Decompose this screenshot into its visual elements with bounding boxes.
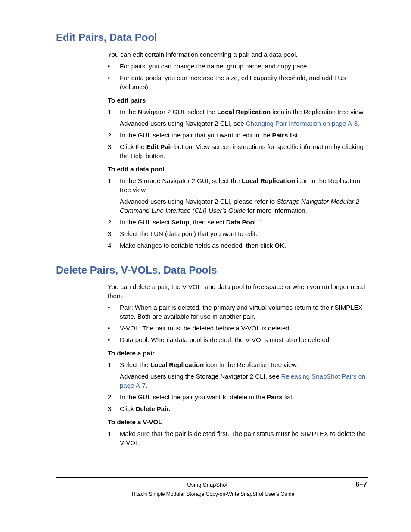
- footer-chapter: Using SnapShot: [59, 481, 355, 489]
- section-heading-delete-pairs: Delete Pairs, V-VOLs, Data Pools: [56, 263, 368, 277]
- list-item: 2. In the GUI, select Setup, then select…: [108, 218, 368, 227]
- section2-body: You can delete a pair, the V-VOL, and da…: [108, 282, 368, 447]
- section-heading-edit-pairs: Edit Pairs, Data Pool: [56, 30, 368, 45]
- subheading-edit-data-pool: To edit a data pool: [108, 165, 368, 174]
- list-item: 1. In the Navigator 2 GUI, select the Lo…: [108, 107, 368, 128]
- list-item: •Pair: When a pair is deleted, the prima…: [108, 303, 368, 321]
- bullet-list: •Pair: When a pair is deleted, the prima…: [108, 303, 368, 344]
- ordered-list: 1.Make sure that the pair is deleted fir…: [108, 429, 368, 447]
- list-item: 3. Click Delete Pair.: [108, 404, 368, 413]
- list-item: •For pairs, you can change the name, gro…: [108, 62, 368, 71]
- subheading-delete-pair: To delete a pair: [108, 348, 368, 358]
- list-item: 1.Make sure that the pair is deleted fir…: [108, 429, 368, 447]
- ordered-list: 1. Select the Local Replication icon in …: [108, 360, 368, 413]
- intro-text: You can edit certain information concern…: [108, 50, 368, 59]
- list-item: 1. Select the Local Replication icon in …: [108, 360, 368, 390]
- list-item: 4. Make changes to editable fields as ne…: [108, 241, 368, 250]
- footer-guide-title: Hitachi Simple Modular Storage Copy-on-W…: [58, 491, 368, 498]
- list-item: •V-VOL: The pair must be deleted before …: [108, 324, 368, 333]
- list-item: 2. In the GUI, select the pair that you …: [108, 131, 368, 140]
- ordered-list: 1. In the Storage Navigator 2 GUI, selec…: [108, 176, 368, 250]
- list-item: 1. In the Storage Navigator 2 GUI, selec…: [108, 176, 368, 215]
- page-footer: Using SnapShot 6–7 Hitachi Simple Modula…: [58, 477, 368, 498]
- section1-body: You can edit certain information concern…: [108, 50, 368, 250]
- subheading-delete-vvol: To delete a V-VOL: [108, 417, 368, 426]
- list-item: •Data pool: When a data pool is deleted,…: [108, 335, 368, 344]
- list-item: 3.Select the LUN (data pool) that you wa…: [108, 229, 368, 238]
- list-item: 2. In the GUI, select the pair you want …: [108, 392, 368, 401]
- footer-rule: [56, 477, 368, 478]
- link-changing-pair-info[interactable]: Changing Pair Information on page A-8: [246, 120, 358, 127]
- ordered-list: 1. In the Navigator 2 GUI, select the Lo…: [108, 107, 368, 160]
- intro-text: You can delete a pair, the V-VOL, and da…: [108, 282, 368, 300]
- bullet-list: •For pairs, you can change the name, gro…: [108, 62, 368, 91]
- subheading-edit-pairs: To edit pairs: [108, 96, 368, 105]
- page-number: 6–7: [355, 480, 367, 489]
- list-item: 3. Click the Edit Pair button. View scre…: [108, 142, 368, 160]
- list-item: •For data pools, you can increase the si…: [108, 73, 368, 91]
